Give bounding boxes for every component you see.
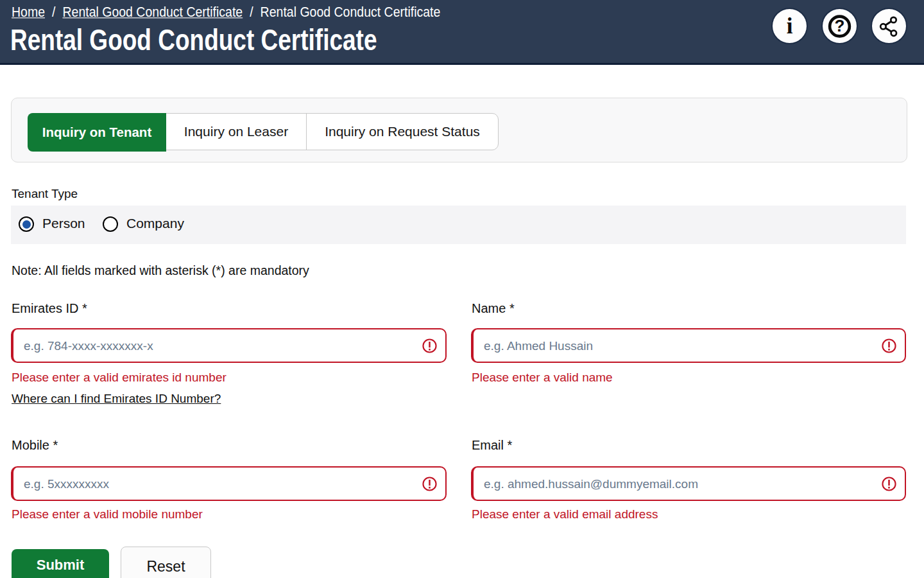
svg-text:i: i xyxy=(787,13,793,39)
svg-text:?: ? xyxy=(835,16,845,35)
